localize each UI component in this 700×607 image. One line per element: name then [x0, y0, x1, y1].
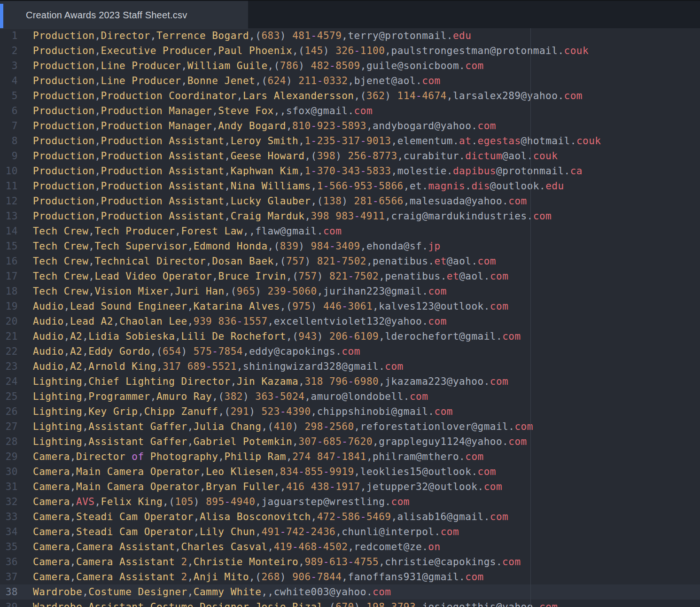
token-gray: protonmail: [502, 165, 564, 177]
line-number[interactable]: 9: [0, 148, 18, 163]
token-gray: ,: [70, 496, 76, 507]
code-line[interactable]: 23Audio,A2,Arnold King,317 689-5521,shin…: [0, 359, 700, 374]
line-number[interactable]: 25: [0, 389, 18, 404]
line-number[interactable]: 4: [0, 73, 18, 88]
line-number[interactable]: 28: [0, 434, 18, 449]
line-number[interactable]: 19: [0, 299, 18, 314]
line-number[interactable]: 33: [0, 509, 18, 524]
line-number[interactable]: 22: [0, 344, 18, 359]
code-line[interactable]: 7Production,Production Manager,Andy Boga…: [0, 118, 700, 133]
code-line[interactable]: 31Camera,Main Camera Operator,Bryan Full…: [0, 479, 700, 494]
token-yellow: Camera: [33, 451, 70, 462]
line-number[interactable]: 17: [0, 269, 18, 284]
line-number[interactable]: 13: [0, 209, 18, 224]
line-number[interactable]: 1: [0, 28, 18, 43]
line-number[interactable]: 14: [0, 224, 18, 239]
code-line[interactable]: 18Tech Crew,Vision Mixer,Juri Han,(965) …: [0, 284, 700, 299]
token-gray: [175, 376, 181, 387]
code-line[interactable]: 3Production,Line Producer,William Guile,…: [0, 58, 700, 73]
code-line[interactable]: 35Camera,Camera Assistant,Charles Casval…: [0, 539, 700, 554]
line-number[interactable]: 6: [0, 103, 18, 118]
token-gray: ,: [218, 406, 224, 417]
code-line[interactable]: 28Lighting,Assistant Gaffer,Gabriel Pote…: [0, 434, 700, 449]
token-gray: [348, 195, 354, 207]
line-number[interactable]: 36: [0, 554, 18, 569]
code-line[interactable]: 1Production,Director,Terrence Bogard,(68…: [0, 28, 700, 43]
code-line[interactable]: 27Lighting,Assistant Gaffer,Julia Chang,…: [0, 419, 700, 434]
code-editor[interactable]: 1Production,Director,Terrence Bogard,(68…: [0, 28, 700, 607]
line-number[interactable]: 11: [0, 179, 18, 194]
line-number[interactable]: 23: [0, 359, 18, 374]
code-line[interactable]: 19Audio,Lead Sound Engineer,Katarina Alv…: [0, 299, 700, 314]
code-line[interactable]: 2Production,Executive Producer,Paul Phoe…: [0, 43, 700, 58]
line-number[interactable]: 35: [0, 539, 18, 554]
token-orange: 239: [268, 286, 286, 297]
line-number[interactable]: 5: [0, 88, 18, 103]
line-number[interactable]: 3: [0, 58, 18, 73]
code-line[interactable]: 6Production,Production Manager,Steve Fox…: [0, 103, 700, 118]
code-line[interactable]: 4Production,Line Producer,Bonne Jenet,(6…: [0, 73, 700, 88]
line-number[interactable]: 34: [0, 524, 18, 539]
code-line[interactable]: 13Production,Production Assistant,Craig …: [0, 209, 700, 224]
token-gray: ,: [379, 556, 385, 568]
code-line[interactable]: 11Production,Production Assistant,Nina W…: [0, 179, 700, 194]
token-gray: (: [261, 75, 267, 86]
code-line[interactable]: 26Lighting,Key Grip,Chipp Zanuff,(291) 5…: [0, 404, 700, 419]
line-number[interactable]: 39: [0, 599, 18, 607]
code-line[interactable]: 24Lighting,Chief Lighting Director,Jin K…: [0, 374, 700, 389]
line-number[interactable]: 38: [0, 584, 18, 599]
token-orange: 105: [175, 496, 193, 507]
code-line[interactable]: 12Production,Production Assistant,Lucky …: [0, 194, 700, 209]
code-line[interactable]: 16Tech Crew,Technical Director,Dosan Bae…: [0, 254, 700, 269]
code-line[interactable]: 17Tech Crew,Lead Video Operator,Bruce Ir…: [0, 269, 700, 284]
code-line[interactable]: 29Camera,Director of Photography,Philip …: [0, 449, 700, 464]
code-line[interactable]: 8Production,Production Assistant,Leroy S…: [0, 133, 700, 148]
line-number[interactable]: 12: [0, 194, 18, 209]
token-gray: [94, 316, 101, 327]
line-number[interactable]: 32: [0, 494, 18, 509]
token-gray: @: [385, 316, 391, 327]
line-number[interactable]: 37: [0, 569, 18, 584]
line-number[interactable]: 7: [0, 118, 18, 133]
code-line[interactable]: 36Camera,Camera Assistant 2,Christie Mon…: [0, 554, 700, 569]
line-number[interactable]: 10: [0, 163, 18, 179]
code-line[interactable]: 14Tech Crew,Tech Producer,Forest Law,,fl…: [0, 224, 700, 239]
line-number[interactable]: 27: [0, 419, 18, 434]
code-line[interactable]: 20Audio,Lead A2,Chaolan Lee,939 836-1557…: [0, 314, 700, 329]
code-line[interactable]: 15Tech Crew,Tech Supervisor,Edmond Honda…: [0, 239, 700, 254]
token-yellow: Smith: [268, 135, 299, 147]
line-number[interactable]: 8: [0, 133, 18, 148]
line-number[interactable]: 16: [0, 254, 18, 269]
line-number[interactable]: 24: [0, 374, 18, 389]
line-number[interactable]: 29: [0, 449, 18, 464]
line-number[interactable]: 21: [0, 329, 18, 344]
line-number[interactable]: 18: [0, 284, 18, 299]
line-number[interactable]: 26: [0, 404, 18, 419]
code-line[interactable]: 30Camera,Main Camera Operator,Leo Kliese…: [0, 464, 700, 479]
tab-active-file[interactable]: Creation Awards 2023 Staff Sheet.csv: [0, 1, 248, 29]
line-number[interactable]: 31: [0, 479, 18, 494]
code-line[interactable]: 22Audio,A2,Eddy Gordo,(654) 575-7854,edd…: [0, 344, 700, 359]
token-gray: ,: [150, 391, 156, 402]
code-line[interactable]: 33Camera,Steadi Cam Operator,Alisa Bosco…: [0, 509, 700, 524]
token-red: couk: [576, 135, 601, 147]
token-gray: [249, 271, 255, 282]
line-number[interactable]: 30: [0, 464, 18, 479]
code-line[interactable]: 38Wardrobe,Costume Designer,Cammy White,…: [0, 584, 700, 599]
code-line[interactable]: 39Wardrobe,Assistant Costume Designer,Jo…: [0, 599, 700, 607]
line-number[interactable]: 20: [0, 314, 18, 329]
line-text: Lighting,Chief Lighting Director,Jin Kaz…: [18, 374, 508, 389]
code-line[interactable]: 9Production,Production Assistant,Geese H…: [0, 148, 700, 163]
token-purple: -: [348, 376, 354, 387]
code-line[interactable]: 25Lighting,Programmer,Amuro Ray,(382) 36…: [0, 389, 700, 404]
token-purple: -: [317, 436, 323, 447]
code-line[interactable]: 37Camera,Camera Assistant 2,Anji Mito,(2…: [0, 569, 700, 584]
code-line[interactable]: 5Production,Production Coordinator,Lars …: [0, 88, 700, 103]
line-number[interactable]: 15: [0, 239, 18, 254]
token-yellow: Lee: [169, 316, 187, 327]
code-line[interactable]: 34Camera,Steadi Cam Operator,Lily Chun,4…: [0, 524, 700, 539]
code-line[interactable]: 32Camera,AVS,Felix King,(105) 895-4940,j…: [0, 494, 700, 509]
line-number[interactable]: 2: [0, 43, 18, 58]
code-line[interactable]: 21Audio,A2,Lidia Sobieska,Lili De Rochef…: [0, 329, 700, 344]
code-line[interactable]: 10Production,Production Assistant,Kaphwa…: [0, 163, 700, 179]
